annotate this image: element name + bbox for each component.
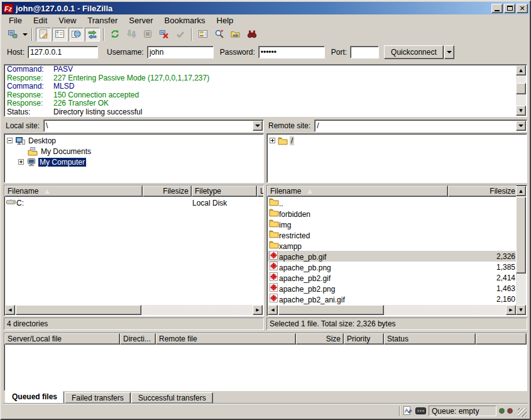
menu-item-bookmarks[interactable]: Bookmarks: [159, 15, 211, 26]
password-input[interactable]: [258, 46, 325, 58]
quickconnect-button[interactable]: Quickconnect: [384, 45, 444, 59]
scroll-right-icon[interactable]: ▶: [253, 305, 263, 315]
combo-arrow-button[interactable]: [253, 121, 263, 131]
log-scroll-thumb[interactable]: [516, 83, 526, 94]
toggle-message-log-button[interactable]: [36, 28, 51, 41]
queue-column-header-priority[interactable]: Priority: [344, 333, 384, 345]
toggle-local-tree-button[interactable]: [52, 28, 67, 41]
speed-limits-icon[interactable]: [415, 407, 426, 414]
scroll-left-icon[interactable]: ◀: [268, 305, 278, 315]
menu-item-transfer[interactable]: Transfer: [82, 15, 123, 26]
scroll-down-icon[interactable]: ▼: [516, 106, 526, 116]
local-column-header-filesize[interactable]: Filesize: [143, 185, 192, 197]
site-manager-dropdown-button[interactable]: [21, 28, 29, 41]
toolbar-separator: [31, 28, 33, 41]
synchronized-browsing-button[interactable]: [228, 28, 243, 41]
local-file-row[interactable]: C:Local Disk: [5, 197, 263, 208]
scroll-up-icon[interactable]: ▲: [516, 65, 526, 75]
minus-expander-icon[interactable]: [7, 138, 13, 143]
remote-vertical-scrollbar[interactable]: ▲ ▼: [516, 186, 526, 315]
tab-failed-transfers[interactable]: Failed transfers: [65, 392, 131, 403]
menu-item-file[interactable]: File: [3, 15, 28, 26]
local-tree-item[interactable]: My Computer: [6, 157, 263, 167]
remote-file-row[interactable]: ..: [268, 197, 516, 208]
reconnect-button[interactable]: [173, 28, 188, 41]
menu-item-edit[interactable]: Edit: [28, 15, 53, 26]
remote-file-list[interactable]: FilenameFilesize ..forbiddenimgrestricte…: [266, 185, 527, 316]
minimize-button[interactable]: [491, 4, 503, 13]
local-column-header-filetype[interactable]: Filetype: [192, 185, 257, 197]
log-vertical-scrollbar[interactable]: ▲ ▼: [516, 65, 526, 116]
quickconnect-dropdown-button[interactable]: [444, 45, 454, 59]
plus-expander-icon[interactable]: [18, 159, 24, 165]
local-scroll-thumb[interactable]: [16, 305, 141, 315]
queue-column-header-status[interactable]: Status: [384, 333, 476, 345]
local-tree-item[interactable]: My Documents: [6, 146, 263, 157]
host-input[interactable]: [28, 46, 98, 58]
port-input[interactable]: [350, 46, 379, 58]
cancel-operation-button[interactable]: [140, 28, 155, 41]
remote-column-header-filename[interactable]: Filename: [267, 185, 448, 197]
queue-column-header-size[interactable]: Size: [296, 333, 344, 345]
local-tree[interactable]: DesktopMy DocumentsMy Computer: [4, 133, 264, 183]
log-line-text: 226 Transfer OK: [53, 99, 109, 108]
menu-item-view[interactable]: View: [53, 15, 82, 26]
local-file-list[interactable]: FilenameFilesizeFiletypeL C:Local Disk ◀…: [4, 185, 264, 316]
toggle-local-tree-icon: [55, 29, 65, 41]
find-files-button[interactable]: [212, 28, 227, 41]
remote-tree[interactable]: /: [266, 133, 527, 183]
scroll-left-icon[interactable]: ◀: [5, 305, 15, 315]
remote-scroll-thumb[interactable]: [516, 197, 526, 274]
site-manager-button[interactable]: [5, 28, 20, 41]
refresh-button[interactable]: [107, 28, 123, 41]
remote-site-combo[interactable]: /: [314, 119, 527, 132]
menu-item-server[interactable]: Server: [123, 15, 158, 26]
scroll-up-icon[interactable]: ▲: [516, 186, 526, 196]
local-tree-item[interactable]: Desktop: [6, 135, 263, 146]
queue-column-header-directi[interactable]: Directi...: [120, 333, 156, 345]
close-button[interactable]: ✕: [517, 4, 528, 13]
remote-file-row[interactable]: apache_pb2_ani.gif2,160: [268, 294, 516, 304]
transfer-type-icon[interactable]: A: [403, 406, 413, 416]
scroll-right-icon[interactable]: ▶: [506, 305, 516, 315]
maximize-button[interactable]: [504, 4, 515, 13]
directory-comparison-button[interactable]: [195, 28, 211, 41]
scroll-down-icon[interactable]: ▼: [516, 305, 526, 315]
remote-column-header-filesize[interactable]: Filesize: [448, 185, 517, 197]
resize-grip[interactable]: [518, 408, 527, 417]
process-queue-button[interactable]: [124, 28, 139, 41]
remote-file-row[interactable]: restricted: [268, 229, 516, 240]
remote-file-row[interactable]: forbidden: [268, 208, 516, 219]
titlebar[interactable]: Fz john@127.0.0.1 - FileZilla ✕: [2, 2, 529, 14]
toggle-remote-tree-button[interactable]: [68, 28, 84, 41]
remote-tree-item[interactable]: /: [268, 135, 527, 146]
sort-ascending-icon: [45, 189, 50, 194]
filter-button[interactable]: [244, 28, 260, 41]
transfer-queue[interactable]: Server/Local fileDirecti...Remote fileSi…: [4, 333, 527, 391]
menu-item-help[interactable]: Help: [211, 15, 239, 26]
disconnect-button[interactable]: [156, 28, 172, 41]
queue-column-header-remotefile[interactable]: Remote file: [156, 333, 296, 345]
tab-queued-files[interactable]: Queued files: [5, 391, 64, 403]
local-column-header-filename[interactable]: Filename: [4, 185, 143, 197]
remote-file-row[interactable]: apache_pb.png1,385: [268, 262, 516, 272]
remote-status-text: Selected 1 file. Total size: 2,326 bytes: [266, 318, 527, 330]
remote-file-row[interactable]: apache_pb2.gif2,414: [268, 272, 516, 283]
tab-successful-transfers[interactable]: Successful transfers: [131, 392, 213, 403]
local-horizontal-scrollbar[interactable]: ◀ ▶: [5, 305, 263, 315]
remote-scroll-thumb[interactable]: [278, 305, 384, 315]
remote-file-row[interactable]: apache_pb2.png1,463: [268, 283, 516, 294]
filename-cell: apache_pb2.png: [268, 283, 449, 294]
local-column-header-l[interactable]: L: [257, 185, 263, 197]
toggle-transfer-queue-button[interactable]: [85, 28, 100, 41]
queue-column-header-serverlocalfile[interactable]: Server/Local file: [4, 333, 120, 345]
remote-file-row[interactable]: apache_pb.gif2,326: [268, 251, 516, 262]
plus-expander-icon[interactable]: [270, 138, 275, 143]
remote-file-row[interactable]: xampp: [268, 240, 516, 251]
remote-file-row[interactable]: img: [268, 219, 516, 229]
combo-arrow-button[interactable]: [516, 121, 526, 131]
remote-horizontal-scrollbar[interactable]: ◀ ▶: [268, 305, 516, 315]
local-site-combo[interactable]: \: [43, 119, 264, 132]
find-files-icon: [214, 29, 224, 41]
username-input[interactable]: [147, 46, 214, 58]
